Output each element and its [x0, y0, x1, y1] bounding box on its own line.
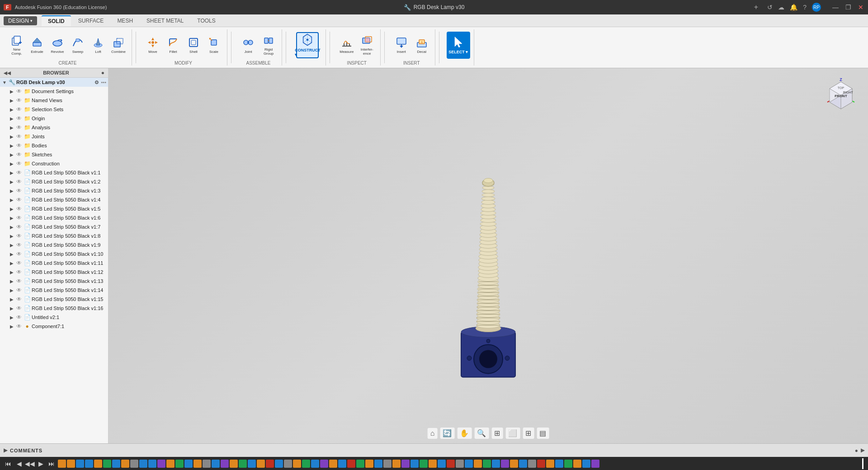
browser-item-joints[interactable]: ▶ 👁 📁 Joints	[0, 132, 108, 141]
help-icon[interactable]: ?	[803, 4, 807, 11]
grid-icon[interactable]: ⊞	[523, 428, 534, 439]
home-icon[interactable]: ⌂	[428, 428, 438, 439]
comments-collapse-icon[interactable]: ▶	[861, 447, 864, 453]
display-mode-icon[interactable]: ⬜	[505, 428, 520, 439]
tl-item-3[interactable]	[76, 460, 84, 468]
tl-item-29[interactable]	[311, 460, 319, 468]
timeline-play-forward[interactable]: ▶	[36, 459, 45, 468]
sweep-button[interactable]: Sweep	[68, 33, 87, 57]
tl-item-33[interactable]	[347, 460, 355, 468]
browser-collapse-icon[interactable]: ◀◀	[4, 70, 11, 75]
tl-item-49[interactable]	[492, 460, 500, 468]
tl-item-20[interactable]	[230, 460, 238, 468]
tl-item-2[interactable]	[67, 460, 75, 468]
design-dropdown[interactable]: DESIGN ▾	[4, 16, 37, 25]
rigid-group-button[interactable]: RigidGroup	[259, 33, 278, 57]
browser-item-component7[interactable]: ▶ 👁 ● Component7:1	[0, 322, 108, 331]
select-button[interactable]: SELECT ▾	[447, 32, 470, 59]
browser-item-doc-settings[interactable]: ▶ 👁 📁 Document Settings	[0, 87, 108, 96]
tl-item-27[interactable]	[293, 460, 301, 468]
tab-mesh[interactable]: MESH	[111, 16, 139, 26]
browser-item-led12[interactable]: ▶ 👁 📄 RGB Led Strip 5050 Black v1:12	[0, 268, 108, 277]
joint-button[interactable]: Joint	[239, 33, 258, 57]
tab-sheet-metal[interactable]: SHEET METAL	[140, 16, 190, 26]
pan-icon[interactable]: ✋	[457, 428, 472, 439]
tl-item-9[interactable]	[130, 460, 138, 468]
tl-item-34[interactable]	[356, 460, 364, 468]
tl-item-4[interactable]	[85, 460, 93, 468]
add-tab-button[interactable]: +	[754, 3, 758, 11]
tl-item-16[interactable]	[193, 460, 202, 468]
browser-item-led8[interactable]: ▶ 👁 📄 RGB Led Strip 5050 Black v1:8	[0, 231, 108, 240]
tl-item-17[interactable]	[203, 460, 211, 468]
tl-item-56[interactable]	[555, 460, 563, 468]
tl-item-8[interactable]	[121, 460, 129, 468]
tl-item-39[interactable]	[401, 460, 410, 468]
tl-item-51[interactable]	[510, 460, 518, 468]
tl-item-21[interactable]	[239, 460, 247, 468]
root-settings-icon[interactable]: ⚙	[94, 80, 99, 85]
browser-root-item[interactable]: ▼ 🔧 RGB Desk Lamp v30 ⚙ •••	[0, 78, 108, 87]
shell-button[interactable]: Shell	[184, 33, 203, 57]
tl-item-6[interactable]	[103, 460, 111, 468]
browser-item-led6[interactable]: ▶ 👁 📄 RGB Led Strip 5050 Black v1:6	[0, 213, 108, 222]
tl-item-35[interactable]	[365, 460, 373, 468]
tl-item-48[interactable]	[483, 460, 491, 468]
decal-button[interactable]: A Decal	[412, 33, 431, 57]
browser-item-led10[interactable]: ▶ 👁 📄 RGB Led Strip 5050 Black v1:10	[0, 249, 108, 258]
notification-icon[interactable]: 🔔	[790, 4, 797, 11]
orbit-icon[interactable]: 🔄	[440, 428, 454, 439]
view-cube[interactable]: FRONT RIGHT TOP Z	[823, 77, 859, 113]
tab-tools[interactable]: TOOLS	[191, 16, 222, 26]
extrude-button[interactable]: Extrude	[28, 33, 47, 57]
tl-item-36[interactable]	[374, 460, 382, 468]
close-button[interactable]: ✕	[857, 4, 864, 11]
tl-item-25[interactable]	[275, 460, 283, 468]
viewport[interactable]: FRONT RIGHT TOP Z	[108, 68, 868, 443]
browser-item-led9[interactable]: ▶ 👁 📄 RGB Led Strip 5050 Black v1:9	[0, 240, 108, 249]
tl-item-52[interactable]	[519, 460, 527, 468]
browser-item-selection-sets[interactable]: ▶ 👁 📁 Selection Sets	[0, 105, 108, 114]
browser-item-led7[interactable]: ▶ 👁 📄 RGB Led Strip 5050 Black v1:7	[0, 222, 108, 231]
browser-item-led1[interactable]: ▶ 👁 📄 RGB Led Strip 5050 Black v1:1	[0, 168, 108, 177]
tl-item-45[interactable]	[456, 460, 464, 468]
tl-item-43[interactable]	[438, 460, 446, 468]
tl-item-10[interactable]	[139, 460, 147, 468]
tl-item-47[interactable]	[474, 460, 482, 468]
tl-item-5[interactable]	[94, 460, 102, 468]
tl-item-60[interactable]	[591, 460, 599, 468]
browser-item-origin[interactable]: ▶ 👁 📁 Origin	[0, 114, 108, 123]
combine-button[interactable]: Combine	[109, 33, 128, 57]
tl-item-22[interactable]	[248, 460, 256, 468]
tl-item-7[interactable]	[112, 460, 120, 468]
tl-item-40[interactable]	[410, 460, 419, 468]
browser-item-led13[interactable]: ▶ 👁 📄 RGB Led Strip 5050 Black v1:13	[0, 277, 108, 286]
browser-item-led3[interactable]: ▶ 👁 📄 RGB Led Strip 5050 Black v1:3	[0, 186, 108, 195]
comments-expand-icon[interactable]: ▶	[4, 447, 7, 453]
browser-item-sketches[interactable]: ▶ 👁 📁 Sketches	[0, 150, 108, 159]
revolve-button[interactable]: Revolve	[48, 33, 67, 57]
tl-item-19[interactable]	[221, 460, 229, 468]
tl-item-46[interactable]	[465, 460, 473, 468]
tl-item-57[interactable]	[564, 460, 572, 468]
tl-item-42[interactable]	[429, 460, 437, 468]
loft-button[interactable]: Loft	[89, 33, 108, 57]
browser-item-construction[interactable]: ▶ 👁 📁 Construction	[0, 159, 108, 168]
timeline-play-back[interactable]: ◀◀	[25, 459, 34, 468]
minimize-button[interactable]: —	[832, 4, 839, 11]
refresh-icon[interactable]: ↺	[767, 4, 773, 11]
tl-item-32[interactable]	[338, 460, 346, 468]
insert-derive-button[interactable]: Insert	[392, 33, 411, 57]
browser-pin-icon[interactable]: ●	[101, 70, 104, 76]
browser-item-led14[interactable]: ▶ 👁 📄 RGB Led Strip 5050 Black v1:14	[0, 286, 108, 295]
view-options-icon[interactable]: ▤	[537, 428, 549, 439]
move-button[interactable]: Move	[143, 33, 162, 57]
tl-item-41[interactable]	[420, 460, 428, 468]
tl-item-37[interactable]	[383, 460, 392, 468]
browser-item-led2[interactable]: ▶ 👁 📄 RGB Led Strip 5050 Black v1:2	[0, 177, 108, 186]
user-avatar[interactable]: RP	[812, 3, 821, 12]
tl-item-12[interactable]	[157, 460, 165, 468]
tl-item-18[interactable]	[212, 460, 220, 468]
timeline-end[interactable]: ⏭	[47, 459, 56, 468]
restore-button[interactable]: ❐	[844, 4, 852, 11]
